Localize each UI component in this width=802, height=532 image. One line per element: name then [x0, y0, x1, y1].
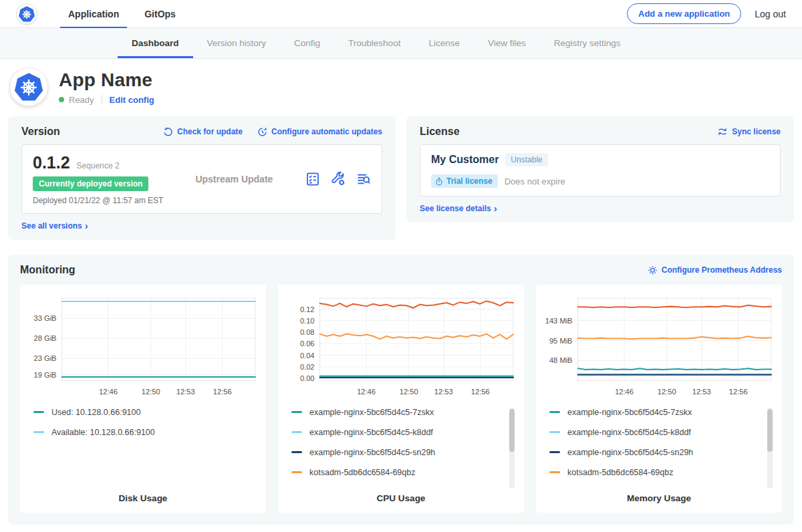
check-for-update-button[interactable]: Check for update: [163, 127, 243, 137]
x-axis-tick: 12:46: [99, 388, 118, 396]
wrench-gear-icon: [331, 172, 346, 186]
gear-icon: [648, 265, 658, 275]
legend-item: example-nginx-5bc6f5d4c5-7zskx: [291, 408, 504, 417]
sync-license-button[interactable]: Sync license: [717, 127, 781, 136]
y-axis-tick: 0.12: [300, 305, 315, 313]
deployed-version-badge: Currently deployed version: [33, 176, 148, 191]
topnav-tab-application[interactable]: Application: [60, 0, 127, 27]
legend-scrollbar-track: [767, 408, 773, 488]
kubernetes-app-icon: [13, 72, 44, 102]
legend-item: Used: 10.128.0.66:9100: [33, 408, 246, 417]
license-customer-name: My Customer: [431, 154, 499, 166]
legend-label: kotsadm-5db6dc6584-69qbz: [567, 468, 673, 477]
see-all-versions-link[interactable]: See all versions›: [21, 221, 382, 231]
x-axis-tick: 12:56: [471, 388, 490, 396]
y-axis-tick: 95 MiB: [549, 337, 573, 345]
legend-color-dash: [549, 411, 560, 413]
x-axis-tick: 12:53: [176, 388, 195, 396]
license-card: License Sync license My Customer Unstabl…: [406, 116, 794, 223]
x-axis-tick: 12:53: [692, 388, 711, 396]
legend-color-dash: [291, 451, 302, 453]
x-axis-tick: 12:46: [615, 388, 634, 396]
x-axis-tick: 12:53: [434, 388, 453, 396]
edit-config-button[interactable]: [331, 172, 346, 186]
legend-scrollbar-thumb[interactable]: [767, 409, 773, 452]
legend-label: example-nginx-5bc6f5d4c5-k8ddf: [567, 428, 691, 437]
app-logo: [9, 68, 48, 106]
ready-status-dot: [59, 97, 64, 102]
memory-usage-title: Memory Usage: [541, 488, 777, 507]
view-logs-button[interactable]: [356, 172, 371, 186]
disk-usage-legend: Used: 10.128.0.66:9100Available: 10.128.…: [33, 408, 258, 488]
tab-view-files[interactable]: View files: [474, 28, 540, 58]
charts-row: 33 GiB28 GiB23 GiB19 GiB12:4612:5012:531…: [20, 285, 782, 513]
legend-item: example-nginx-5bc6f5d4c5-sn29h: [291, 448, 504, 457]
series-line: [578, 368, 771, 370]
y-axis-tick: 28 GiB: [34, 334, 57, 342]
legend-label: kotsadm-5db6dc6584-69qbz: [309, 468, 415, 477]
memory-usage-legend: example-nginx-5bc6f5d4c5-7zskxexample-ng…: [549, 408, 774, 488]
x-axis-tick: 12:46: [357, 388, 376, 396]
series-line: [578, 336, 771, 339]
legend-label: Used: 10.128.0.66:9100: [51, 408, 140, 417]
legend-item: example-nginx-5bc6f5d4c5-7zskx: [549, 408, 762, 417]
series-line: [320, 334, 513, 340]
legend-label: example-nginx-5bc6f5d4c5-7zskx: [309, 408, 434, 417]
legend-item: Available: 10.128.0.66:9100: [33, 428, 246, 437]
disk-usage-title: Disk Usage: [25, 488, 261, 507]
series-line: [578, 305, 771, 307]
legend-item: example-nginx-5bc6f5d4c5-sn29h: [549, 448, 762, 457]
tab-license[interactable]: License: [414, 28, 474, 58]
logout-button[interactable]: Log out: [755, 9, 786, 19]
disk-usage-chart: 33 GiB28 GiB23 GiB19 GiB12:4612:5012:531…: [25, 293, 261, 400]
tab-version-history[interactable]: Version history: [193, 28, 281, 58]
version-number: 0.1.2: [33, 153, 70, 172]
topnav-tab-gitops[interactable]: GitOps: [136, 0, 184, 27]
add-application-button[interactable]: Add a new application: [627, 3, 741, 24]
cpu-usage-legend: example-nginx-5bc6f5d4c5-7zskxexample-ng…: [291, 408, 516, 488]
sync-icon: [717, 127, 728, 136]
legend-label: example-nginx-5bc6f5d4c5-sn29h: [567, 448, 693, 457]
version-card-title: Version: [21, 126, 60, 138]
y-axis-tick: 0.06: [300, 340, 315, 348]
y-axis-tick: 19 GiB: [34, 371, 57, 379]
deployed-timestamp: Deployed 01/21/22 @ 11:57 am EST: [33, 196, 163, 205]
divider: [102, 95, 102, 104]
release-notes-button[interactable]: [305, 172, 320, 186]
update-schedule-icon: [257, 127, 267, 137]
top-nav: Application GitOps Add a new application…: [0, 0, 802, 28]
cpu-usage-chart: 0.120.100.080.060.040.020.0012:4612:5012…: [283, 293, 519, 400]
legend-color-dash: [549, 431, 560, 433]
legend-label: Available: 10.128.0.66:9100: [51, 428, 155, 437]
chevron-right-icon: ›: [494, 205, 497, 212]
y-axis-tick: 0.02: [300, 363, 315, 371]
see-license-details-link[interactable]: See license details›: [420, 204, 781, 213]
x-axis-tick: 12:50: [142, 388, 160, 396]
legend-color-dash: [291, 431, 302, 433]
app-header: App Name Ready Edit config: [0, 59, 802, 114]
legend-color-dash: [549, 451, 560, 453]
edit-config-link[interactable]: Edit config: [110, 95, 154, 105]
tab-registry-settings[interactable]: Registry settings: [540, 28, 635, 58]
y-axis-tick: 48 MiB: [549, 356, 573, 364]
x-axis-tick: 12:50: [658, 388, 676, 396]
y-axis-tick: 143 MiB: [545, 317, 573, 325]
legend-color-dash: [33, 431, 44, 433]
monitoring-section: Monitoring Configure Prometheus Address …: [8, 255, 794, 525]
kubernetes-logo-icon: [18, 5, 35, 23]
tab-config[interactable]: Config: [280, 28, 334, 58]
configure-prometheus-button[interactable]: Configure Prometheus Address: [648, 265, 782, 275]
disk-usage-card: 33 GiB28 GiB23 GiB19 GiB12:4612:5012:531…: [20, 285, 266, 513]
license-card-title: License: [420, 126, 460, 138]
y-axis-tick: 23 GiB: [34, 354, 57, 362]
tab-dashboard[interactable]: Dashboard: [118, 28, 193, 58]
cpu-usage-card: 0.120.100.080.060.040.020.0012:4612:5012…: [278, 285, 524, 513]
monitoring-title: Monitoring: [20, 264, 76, 276]
configure-automatic-updates-button[interactable]: Configure automatic updates: [257, 127, 382, 137]
legend-scrollbar-thumb[interactable]: [509, 409, 515, 452]
x-axis-tick: 12:56: [729, 388, 748, 396]
app-name-title: App Name: [59, 70, 154, 91]
legend-item: example-nginx-5bc6f5d4c5-k8ddf: [291, 428, 504, 437]
tab-troubleshoot[interactable]: Troubleshoot: [334, 28, 414, 58]
license-expiry-text: Does not expire: [505, 176, 565, 186]
